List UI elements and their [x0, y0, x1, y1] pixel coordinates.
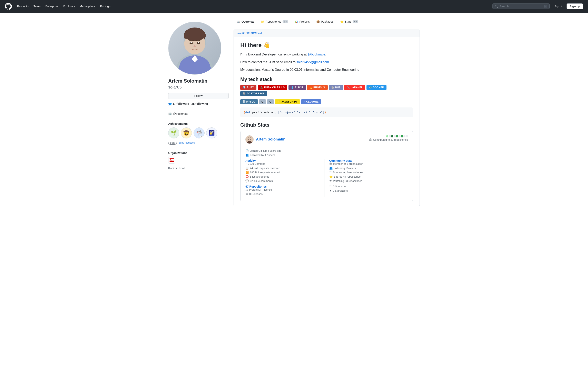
nav-marketplace[interactable]: Marketplace	[78, 3, 97, 9]
achievements-grid: 🌱 🤠 🦈 ×3 🌠	[168, 127, 229, 138]
achievement-badge-3[interactable]: 🦈 ×3	[194, 127, 205, 138]
github-logo[interactable]	[5, 3, 12, 10]
avatar	[168, 22, 221, 75]
contrib-squares	[386, 135, 408, 137]
nav-explore[interactable]: Explore ▾	[61, 3, 77, 9]
tech-php: 🐘 PHP	[329, 85, 343, 90]
org-name: @bookmate	[173, 112, 189, 115]
divider-2	[168, 119, 229, 119]
contrib-sq	[406, 135, 408, 137]
nav-team[interactable]: Team	[31, 3, 43, 9]
stats-right: Community stats 🏛 Member of 1 organizati…	[324, 159, 408, 197]
profile-name: Artem Solomatin	[168, 78, 229, 84]
releases-row: 🏷 0 Releases	[245, 192, 324, 196]
contrib-banner: 🏛 Contributed to 37 repositories	[369, 138, 408, 141]
github-stats-title: Github Stats	[240, 122, 413, 128]
tab-stars-icon: ⭐	[340, 20, 344, 23]
stargazers-icon: ✦	[329, 189, 332, 192]
profile-container: Artem Solomatin solar05 Follow 👥 17 foll…	[163, 13, 425, 206]
building-icon: 🏢	[168, 112, 172, 115]
svg-point-4	[184, 29, 205, 41]
signin-button[interactable]: Sign in	[553, 4, 565, 9]
license-icon: ⚖	[245, 188, 248, 191]
search-input[interactable]	[500, 5, 543, 8]
activity-link[interactable]: Activity	[245, 159, 256, 162]
readme-body: Hi there 👋 I'm a Backend Developer, curr…	[234, 37, 420, 206]
tech-stack-title: My tech stack	[240, 76, 413, 82]
achievement-count: ×3	[200, 136, 204, 138]
navbar: Product ▾ Team Enterprise Explore ▾ Mark…	[0, 0, 588, 13]
contrib-sq	[389, 135, 391, 137]
license-row: ⚖ Prefers MIT license	[245, 188, 324, 191]
people-icon: 👥	[168, 102, 172, 105]
stats-user-link[interactable]: Artem Solomatin	[256, 137, 285, 142]
tech-stack-row2: 🗄 MYSQL C C ⚡ JAVASCRIPT λ CLOJURE	[240, 99, 413, 104]
readme-intro: I'm a Backend Developer, currently worki…	[240, 52, 413, 57]
block-report-link[interactable]: Block or Report	[168, 167, 229, 170]
tech-rails: 🚂 RUBY ON RAILS	[258, 85, 287, 90]
pr-reviewed-row: 📋 24 Pull requests reviewed	[245, 167, 324, 170]
achievements-title: Achievements	[168, 122, 229, 125]
tab-packages[interactable]: 📦 Packages	[313, 17, 337, 26]
pr-opened-row: 🔀 186 Pull requests opened	[245, 171, 324, 174]
org-avatars	[168, 157, 229, 164]
stats-left: Activity ↑ 3109 Commits 📋 24 Pull reques…	[245, 159, 324, 197]
tech-phoenix: 🔥 PHOENIX	[307, 85, 328, 90]
beta-row: Beta Send feedback	[168, 141, 229, 145]
commits-icon: ↑	[245, 162, 247, 165]
chevron-down-icon: ▾	[27, 5, 29, 8]
follow-button[interactable]: Follow	[168, 93, 229, 99]
eye-icon: 👁	[329, 179, 332, 183]
contrib-sq	[398, 135, 401, 137]
divider-3	[168, 148, 229, 148]
nav-auth: Sign in Sign up	[553, 3, 583, 9]
tab-stars[interactable]: ⭐ Stars 44	[337, 17, 362, 26]
search-shortcut: /	[544, 5, 547, 8]
achievement-badge-1[interactable]: 🌱	[168, 127, 179, 138]
pr-open-icon: 🔀	[245, 171, 249, 174]
repos-link[interactable]: 57 Repositories	[245, 185, 267, 188]
stats-body: Activity ↑ 3109 Commits 📋 24 Pull reques…	[245, 159, 408, 197]
divider	[168, 109, 229, 109]
repos-row: 57 Repositories	[245, 185, 324, 188]
signup-button[interactable]: Sign up	[567, 3, 583, 9]
tab-projects-icon: 📊	[295, 20, 298, 23]
contrib-graph-area: 🏛 Contributed to 37 repositories	[369, 135, 408, 144]
nav-pricing[interactable]: Pricing ▾	[98, 3, 112, 9]
tech-laravel: 🔧 LARAVEL	[344, 85, 365, 90]
tab-projects[interactable]: 📊 Projects	[291, 17, 313, 26]
nav-product[interactable]: Product ▾	[15, 3, 31, 9]
bookmate-link[interactable]: @bookmate	[307, 53, 325, 56]
contrib-sq	[396, 135, 398, 137]
readme-education: My education: Master's Degree in 09.03.0…	[240, 67, 413, 72]
contrib-sq	[403, 135, 406, 137]
tab-overview[interactable]: 📖 Overview	[233, 17, 258, 26]
svg-point-8	[198, 42, 199, 43]
svg-point-17	[248, 137, 251, 140]
org-avatar-bookmate[interactable]	[168, 157, 175, 164]
nav-enterprise[interactable]: Enterprise	[43, 3, 61, 9]
stars-badge: 44	[353, 20, 358, 23]
tech-mysql: 🗄 MYSQL	[240, 99, 258, 104]
followed-row: 👥 Followed by 17 users	[245, 154, 408, 157]
email-link[interactable]: solar7455@gmail.com	[296, 60, 329, 64]
stats-avatar	[245, 135, 254, 143]
following-link[interactable]: 25 following	[191, 102, 208, 105]
stats-card: Artem Solomatin	[240, 131, 413, 201]
followers-row: 👥 17 followers · 25 following	[168, 102, 229, 105]
readme-path-user[interactable]: solar05	[237, 32, 245, 35]
search-container: /	[493, 3, 550, 9]
feedback-link[interactable]: Send feedback	[178, 141, 195, 144]
community-link[interactable]: Community stats	[329, 159, 353, 162]
tab-repos-icon: 📁	[261, 20, 264, 23]
organizations-title: Organizations	[168, 151, 229, 155]
code-block: (def preffered-lang ["clojure" "elixir" …	[240, 108, 413, 117]
clock-icon: 🕐	[245, 149, 249, 152]
profile-main: 📖 Overview 📁 Repositories 53 📊 Projects …	[229, 17, 420, 206]
tech-docker: 🐳 DOCKER	[366, 85, 387, 90]
achievement-badge-4[interactable]: 🌠	[206, 127, 217, 138]
tab-repositories[interactable]: 📁 Repositories 53	[258, 17, 291, 26]
readme-path-file[interactable]: README.md	[247, 32, 261, 35]
followers-link[interactable]: 17 followers	[173, 102, 189, 105]
achievement-badge-2[interactable]: 🤠	[181, 127, 192, 138]
